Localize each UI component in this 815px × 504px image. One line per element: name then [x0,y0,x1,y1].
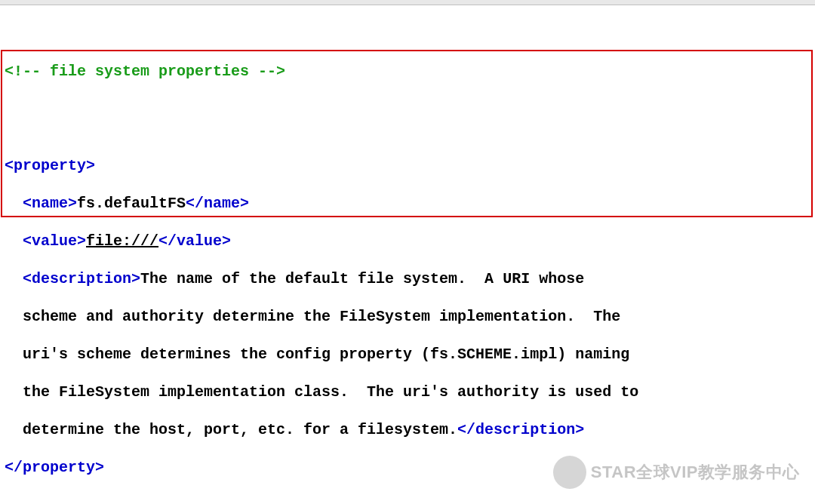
blank-line [0,100,815,118]
blank-line [0,24,815,43]
desc-line: the FileSystem implementation class. The… [0,383,815,401]
value-line: <value>file:///</value> [0,232,815,250]
comment-line: <!-- file system properties --> [0,62,815,81]
xml-comment: <!-- file system properties --> [5,63,285,80]
blank-line [0,496,815,504]
desc-line: uri's scheme determines the config prope… [0,345,815,364]
property-open: <property> [0,156,815,175]
name-line: <name>fs.defaultFS</name> [0,194,815,213]
prop1-name: fs.defaultFS [77,195,186,212]
xml-code-block: <!-- file system properties --> <propert… [0,5,815,504]
desc-line: <description>The name of the default fil… [0,269,815,288]
prop1-value: file:/// [86,232,158,250]
property-close: </property> [0,458,815,477]
desc-line: scheme and authority determine the FileS… [0,307,815,326]
desc-line: determine the host, port, etc. for a fil… [0,420,815,439]
ruler-bar [0,0,815,5]
